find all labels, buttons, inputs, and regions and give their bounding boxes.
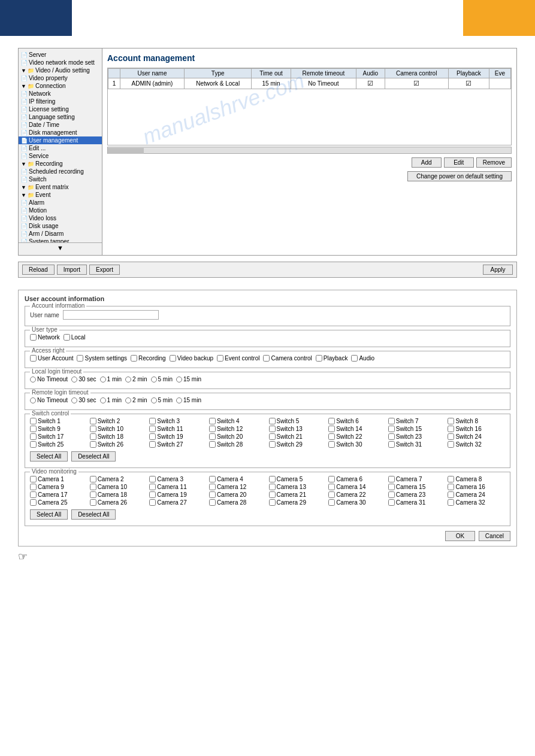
camera-item-10[interactable]: Camera 10 bbox=[90, 484, 147, 490]
switch-checkbox-20[interactable] bbox=[209, 433, 216, 440]
local-timeout-item-3[interactable]: 2 min bbox=[125, 376, 147, 382]
switch-checkbox-4[interactable] bbox=[209, 418, 216, 424]
network-checkbox-item[interactable]: Network bbox=[30, 334, 60, 341]
camera-checkbox-24[interactable] bbox=[448, 491, 454, 498]
camera-checkbox-12[interactable] bbox=[209, 484, 216, 490]
remote-timeout-radio-2[interactable] bbox=[100, 397, 106, 403]
access-right-checkbox-0[interactable] bbox=[30, 355, 37, 362]
switch-item-13[interactable]: Switch 13 bbox=[269, 426, 327, 432]
tree-item-license[interactable]: 📄 License setting bbox=[19, 105, 102, 113]
switch-item-1[interactable]: Switch 1 bbox=[30, 418, 87, 424]
switch-checkbox-24[interactable] bbox=[448, 433, 454, 440]
network-checkbox[interactable] bbox=[30, 334, 37, 341]
switch-item-17[interactable]: Switch 17 bbox=[30, 433, 87, 440]
tree-scroll-area[interactable]: 📄 Server 📄 Video network mode sett ▼ 📁 V… bbox=[19, 51, 102, 242]
export-button[interactable]: Export bbox=[89, 265, 120, 275]
deselect-all-cameras-button[interactable]: Deselect All bbox=[71, 509, 116, 520]
tree-item-ip-filtering[interactable]: 📄 IP filtering bbox=[19, 98, 102, 105]
access-right-checkbox-7[interactable] bbox=[351, 355, 358, 362]
access-right-item-2[interactable]: Recording bbox=[131, 355, 166, 362]
remote-timeout-item-2[interactable]: 1 min bbox=[100, 397, 122, 403]
select-all-switches-button[interactable]: Select All bbox=[30, 451, 68, 462]
tree-item-alarm[interactable]: 📄 Alarm bbox=[19, 199, 102, 207]
switch-item-18[interactable]: Switch 18 bbox=[90, 433, 147, 440]
switch-checkbox-23[interactable] bbox=[388, 433, 395, 440]
local-timeout-radio-0[interactable] bbox=[30, 377, 36, 382]
switch-checkbox-14[interactable] bbox=[328, 426, 335, 432]
tree-item-server[interactable]: 📄 Server bbox=[19, 51, 102, 59]
tree-item-network[interactable]: 📄 Network bbox=[19, 90, 102, 98]
local-checkbox-item[interactable]: Local bbox=[64, 334, 86, 341]
camera-item-18[interactable]: Camera 18 bbox=[90, 491, 147, 498]
tree-item-video-property[interactable]: 📄 Video property bbox=[19, 74, 102, 82]
camera-checkbox-2[interactable] bbox=[90, 476, 96, 482]
remote-timeout-radio-1[interactable] bbox=[71, 397, 77, 403]
scrollbar-thumb[interactable] bbox=[108, 148, 144, 154]
switch-item-8[interactable]: Switch 8 bbox=[448, 418, 505, 424]
switch-item-19[interactable]: Switch 19 bbox=[149, 433, 207, 440]
switch-checkbox-29[interactable] bbox=[269, 441, 276, 448]
switch-checkbox-31[interactable] bbox=[388, 441, 395, 448]
local-timeout-item-2[interactable]: 1 min bbox=[100, 376, 122, 382]
switch-item-7[interactable]: Switch 7 bbox=[388, 418, 446, 424]
tree-item-system-tamper[interactable]: 📄 System tamper bbox=[19, 238, 102, 242]
camera-checkbox-3[interactable] bbox=[149, 476, 156, 482]
switch-item-4[interactable]: Switch 4 bbox=[209, 418, 267, 424]
tree-item-service[interactable]: 📄 Service bbox=[19, 152, 102, 160]
change-power-button[interactable]: Change power on default setting bbox=[407, 171, 512, 181]
camera-checkbox-19[interactable] bbox=[149, 491, 156, 498]
tree-item-disk-management[interactable]: 📄 Disk management bbox=[19, 129, 102, 136]
camera-item-28[interactable]: Camera 28 bbox=[209, 499, 267, 506]
switch-checkbox-12[interactable] bbox=[209, 426, 216, 432]
switch-checkbox-15[interactable] bbox=[388, 426, 395, 432]
tree-item-video-network[interactable]: 📄 Video network mode sett bbox=[19, 59, 102, 66]
cancel-button[interactable]: Cancel bbox=[479, 531, 510, 541]
switch-checkbox-27[interactable] bbox=[149, 441, 156, 448]
camera-item-8[interactable]: Camera 8 bbox=[448, 476, 505, 482]
select-all-cameras-button[interactable]: Select All bbox=[30, 509, 68, 520]
camera-checkbox-7[interactable] bbox=[388, 476, 395, 482]
camera-checkbox-23[interactable] bbox=[388, 491, 395, 498]
switch-item-10[interactable]: Switch 10 bbox=[90, 426, 147, 432]
switch-item-26[interactable]: Switch 26 bbox=[90, 441, 147, 448]
remote-timeout-item-1[interactable]: 30 sec bbox=[71, 397, 96, 403]
switch-item-23[interactable]: Switch 23 bbox=[388, 433, 446, 440]
horizontal-scrollbar[interactable] bbox=[107, 147, 512, 154]
add-button[interactable]: Add bbox=[412, 157, 442, 168]
camera-item-4[interactable]: Camera 4 bbox=[209, 476, 267, 482]
tree-item-edit[interactable]: 📄 Edit ... bbox=[19, 144, 102, 152]
switch-checkbox-10[interactable] bbox=[90, 426, 96, 432]
camera-item-27[interactable]: Camera 27 bbox=[149, 499, 207, 506]
camera-item-13[interactable]: Camera 13 bbox=[269, 484, 327, 490]
camera-checkbox-1[interactable] bbox=[30, 476, 37, 482]
edit-button[interactable]: Edit bbox=[444, 157, 474, 168]
local-timeout-item-1[interactable]: 30 sec bbox=[71, 376, 96, 382]
switch-item-29[interactable]: Switch 29 bbox=[269, 441, 327, 448]
switch-checkbox-6[interactable] bbox=[328, 418, 335, 424]
access-right-item-1[interactable]: System settings bbox=[77, 355, 127, 362]
access-right-item-4[interactable]: Event control bbox=[217, 355, 259, 362]
camera-checkbox-16[interactable] bbox=[448, 484, 454, 490]
switch-checkbox-7[interactable] bbox=[388, 418, 395, 424]
camera-checkbox-26[interactable] bbox=[90, 499, 96, 506]
local-timeout-radio-2[interactable] bbox=[100, 377, 106, 382]
switch-item-12[interactable]: Switch 12 bbox=[209, 426, 267, 432]
access-right-item-3[interactable]: Video backup bbox=[170, 355, 213, 362]
switch-checkbox-1[interactable] bbox=[30, 418, 37, 424]
remote-timeout-item-5[interactable]: 15 min bbox=[176, 397, 201, 403]
remote-timeout-item-4[interactable]: 5 min bbox=[151, 397, 173, 403]
camera-item-7[interactable]: Camera 7 bbox=[388, 476, 446, 482]
import-button[interactable]: Import bbox=[57, 265, 87, 275]
camera-item-3[interactable]: Camera 3 bbox=[149, 476, 207, 482]
camera-checkbox-14[interactable] bbox=[328, 484, 335, 490]
camera-checkbox-31[interactable] bbox=[388, 499, 395, 506]
account-table-scroll[interactable]: User name Type Time out Remote timeout A… bbox=[108, 68, 511, 139]
switch-item-5[interactable]: Switch 5 bbox=[269, 418, 327, 424]
tree-item-motion[interactable]: 📄 Motion bbox=[19, 207, 102, 214]
apply-button[interactable]: Apply bbox=[483, 265, 513, 275]
tree-item-event-matrix[interactable]: ▼ 📁 Event matrix bbox=[19, 183, 102, 191]
camera-checkbox-18[interactable] bbox=[90, 491, 96, 498]
local-timeout-radio-5[interactable] bbox=[176, 377, 182, 382]
switch-item-30[interactable]: Switch 30 bbox=[328, 441, 386, 448]
camera-item-32[interactable]: Camera 32 bbox=[448, 499, 505, 506]
